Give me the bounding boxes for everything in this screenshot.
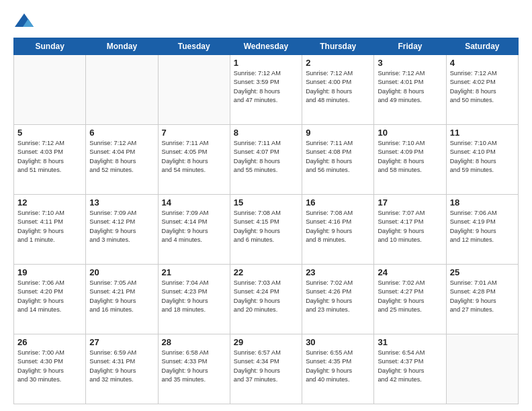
calendar-week-row: 1Sunrise: 7:12 AM Sunset: 3:59 PM Daylig… xyxy=(14,55,519,125)
header xyxy=(13,12,519,31)
calendar-table: SundayMondayTuesdayWednesdayThursdayFrid… xyxy=(13,38,519,404)
day-number: 19 xyxy=(17,267,82,277)
day-info: Sunrise: 7:06 AM Sunset: 4:19 PM Dayligh… xyxy=(450,209,515,244)
day-info: Sunrise: 6:54 AM Sunset: 4:37 PM Dayligh… xyxy=(378,349,442,384)
calendar-cell: 5Sunrise: 7:12 AM Sunset: 4:03 PM Daylig… xyxy=(14,125,86,195)
day-number: 10 xyxy=(378,128,442,138)
calendar-cell: 14Sunrise: 7:09 AM Sunset: 4:14 PM Dayli… xyxy=(158,195,230,265)
day-number: 28 xyxy=(162,337,226,347)
calendar-cell: 29Sunrise: 6:57 AM Sunset: 4:34 PM Dayli… xyxy=(230,334,302,404)
calendar-cell: 18Sunrise: 7:06 AM Sunset: 4:19 PM Dayli… xyxy=(446,195,518,265)
calendar-cell: 13Sunrise: 7:09 AM Sunset: 4:12 PM Dayli… xyxy=(86,195,158,265)
day-number: 12 xyxy=(17,197,82,208)
day-number: 17 xyxy=(378,197,442,208)
day-info: Sunrise: 6:58 AM Sunset: 4:33 PM Dayligh… xyxy=(162,349,226,384)
weekday-header-wednesday: Wednesday xyxy=(230,38,302,55)
day-number: 24 xyxy=(378,267,442,277)
calendar-cell: 26Sunrise: 7:00 AM Sunset: 4:30 PM Dayli… xyxy=(14,334,86,404)
calendar-cell: 17Sunrise: 7:07 AM Sunset: 4:17 PM Dayli… xyxy=(374,195,446,265)
day-number: 1 xyxy=(234,58,298,68)
day-info: Sunrise: 7:10 AM Sunset: 4:11 PM Dayligh… xyxy=(17,209,82,244)
day-info: Sunrise: 7:01 AM Sunset: 4:28 PM Dayligh… xyxy=(450,279,515,314)
day-info: Sunrise: 7:12 AM Sunset: 4:03 PM Dayligh… xyxy=(17,139,82,175)
day-info: Sunrise: 7:09 AM Sunset: 4:12 PM Dayligh… xyxy=(89,209,154,244)
page: SundayMondayTuesdayWednesdayThursdayFrid… xyxy=(0,0,532,411)
day-number: 9 xyxy=(306,128,370,138)
day-info: Sunrise: 7:09 AM Sunset: 4:14 PM Dayligh… xyxy=(162,209,226,244)
day-number: 15 xyxy=(234,197,298,208)
day-number: 8 xyxy=(234,128,298,138)
day-info: Sunrise: 7:05 AM Sunset: 4:21 PM Dayligh… xyxy=(89,279,154,314)
day-info: Sunrise: 6:59 AM Sunset: 4:31 PM Dayligh… xyxy=(89,349,154,384)
day-info: Sunrise: 7:08 AM Sunset: 4:16 PM Dayligh… xyxy=(306,209,370,244)
calendar-cell: 27Sunrise: 6:59 AM Sunset: 4:31 PM Dayli… xyxy=(86,334,158,404)
day-number: 14 xyxy=(162,197,226,208)
calendar-cell: 25Sunrise: 7:01 AM Sunset: 4:28 PM Dayli… xyxy=(446,265,518,334)
calendar-cell: 10Sunrise: 7:10 AM Sunset: 4:09 PM Dayli… xyxy=(374,125,446,195)
day-number: 22 xyxy=(234,267,298,277)
day-number: 3 xyxy=(378,58,442,68)
day-number: 11 xyxy=(450,128,515,138)
day-number: 25 xyxy=(450,267,515,277)
calendar-cell: 28Sunrise: 6:58 AM Sunset: 4:33 PM Dayli… xyxy=(158,334,230,404)
day-info: Sunrise: 7:00 AM Sunset: 4:30 PM Dayligh… xyxy=(17,349,82,384)
calendar-cell xyxy=(14,55,86,125)
day-number: 31 xyxy=(378,337,442,347)
logo xyxy=(13,12,38,31)
day-number: 7 xyxy=(162,128,226,138)
calendar-cell: 16Sunrise: 7:08 AM Sunset: 4:16 PM Dayli… xyxy=(302,195,374,265)
day-number: 18 xyxy=(450,197,515,208)
calendar-cell: 4Sunrise: 7:12 AM Sunset: 4:02 PM Daylig… xyxy=(446,55,518,125)
day-info: Sunrise: 7:08 AM Sunset: 4:15 PM Dayligh… xyxy=(234,209,298,244)
day-info: Sunrise: 7:12 AM Sunset: 4:02 PM Dayligh… xyxy=(450,69,515,105)
day-number: 29 xyxy=(234,337,298,347)
calendar-cell: 1Sunrise: 7:12 AM Sunset: 3:59 PM Daylig… xyxy=(230,55,302,125)
day-info: Sunrise: 7:03 AM Sunset: 4:24 PM Dayligh… xyxy=(234,279,298,314)
calendar-week-row: 12Sunrise: 7:10 AM Sunset: 4:11 PM Dayli… xyxy=(14,195,519,265)
day-number: 13 xyxy=(89,197,154,208)
day-info: Sunrise: 7:11 AM Sunset: 4:05 PM Dayligh… xyxy=(162,139,226,175)
calendar-cell: 8Sunrise: 7:11 AM Sunset: 4:07 PM Daylig… xyxy=(230,125,302,195)
day-info: Sunrise: 7:11 AM Sunset: 4:07 PM Dayligh… xyxy=(234,139,298,175)
day-info: Sunrise: 6:55 AM Sunset: 4:35 PM Dayligh… xyxy=(306,349,370,384)
day-info: Sunrise: 7:12 AM Sunset: 4:00 PM Dayligh… xyxy=(306,69,370,105)
weekday-header-row: SundayMondayTuesdayWednesdayThursdayFrid… xyxy=(14,38,519,55)
day-info: Sunrise: 7:02 AM Sunset: 4:27 PM Dayligh… xyxy=(378,279,442,314)
weekday-header-sunday: Sunday xyxy=(14,38,86,55)
day-info: Sunrise: 7:12 AM Sunset: 4:04 PM Dayligh… xyxy=(89,139,154,175)
calendar-cell: 7Sunrise: 7:11 AM Sunset: 4:05 PM Daylig… xyxy=(158,125,230,195)
day-number: 26 xyxy=(17,337,82,347)
day-info: Sunrise: 7:12 AM Sunset: 3:59 PM Dayligh… xyxy=(234,69,298,105)
calendar-cell: 30Sunrise: 6:55 AM Sunset: 4:35 PM Dayli… xyxy=(302,334,374,404)
day-info: Sunrise: 7:11 AM Sunset: 4:08 PM Dayligh… xyxy=(306,139,370,175)
day-number: 30 xyxy=(306,337,370,347)
weekday-header-saturday: Saturday xyxy=(446,38,518,55)
calendar-cell: 6Sunrise: 7:12 AM Sunset: 4:04 PM Daylig… xyxy=(86,125,158,195)
calendar-cell: 12Sunrise: 7:10 AM Sunset: 4:11 PM Dayli… xyxy=(14,195,86,265)
day-info: Sunrise: 7:04 AM Sunset: 4:23 PM Dayligh… xyxy=(162,279,226,314)
weekday-header-friday: Friday xyxy=(374,38,446,55)
calendar-cell: 24Sunrise: 7:02 AM Sunset: 4:27 PM Dayli… xyxy=(374,265,446,334)
day-number: 2 xyxy=(306,58,370,68)
day-number: 16 xyxy=(306,197,370,208)
calendar-week-row: 19Sunrise: 7:06 AM Sunset: 4:20 PM Dayli… xyxy=(14,265,519,334)
calendar-cell xyxy=(158,55,230,125)
calendar-cell: 21Sunrise: 7:04 AM Sunset: 4:23 PM Dayli… xyxy=(158,265,230,334)
calendar-cell xyxy=(446,334,518,404)
calendar-cell: 9Sunrise: 7:11 AM Sunset: 4:08 PM Daylig… xyxy=(302,125,374,195)
day-number: 21 xyxy=(162,267,226,277)
calendar-week-row: 5Sunrise: 7:12 AM Sunset: 4:03 PM Daylig… xyxy=(14,125,519,195)
day-number: 27 xyxy=(89,337,154,347)
calendar-cell: 23Sunrise: 7:02 AM Sunset: 4:26 PM Dayli… xyxy=(302,265,374,334)
day-info: Sunrise: 7:12 AM Sunset: 4:01 PM Dayligh… xyxy=(378,69,442,105)
day-number: 23 xyxy=(306,267,370,277)
calendar-week-row: 26Sunrise: 7:00 AM Sunset: 4:30 PM Dayli… xyxy=(14,334,519,404)
day-info: Sunrise: 7:10 AM Sunset: 4:10 PM Dayligh… xyxy=(450,139,515,175)
calendar-cell: 15Sunrise: 7:08 AM Sunset: 4:15 PM Dayli… xyxy=(230,195,302,265)
day-number: 5 xyxy=(17,128,82,138)
calendar-cell: 2Sunrise: 7:12 AM Sunset: 4:00 PM Daylig… xyxy=(302,55,374,125)
weekday-header-thursday: Thursday xyxy=(302,38,374,55)
logo-icon xyxy=(13,12,35,31)
weekday-header-tuesday: Tuesday xyxy=(158,38,230,55)
day-number: 20 xyxy=(89,267,154,277)
